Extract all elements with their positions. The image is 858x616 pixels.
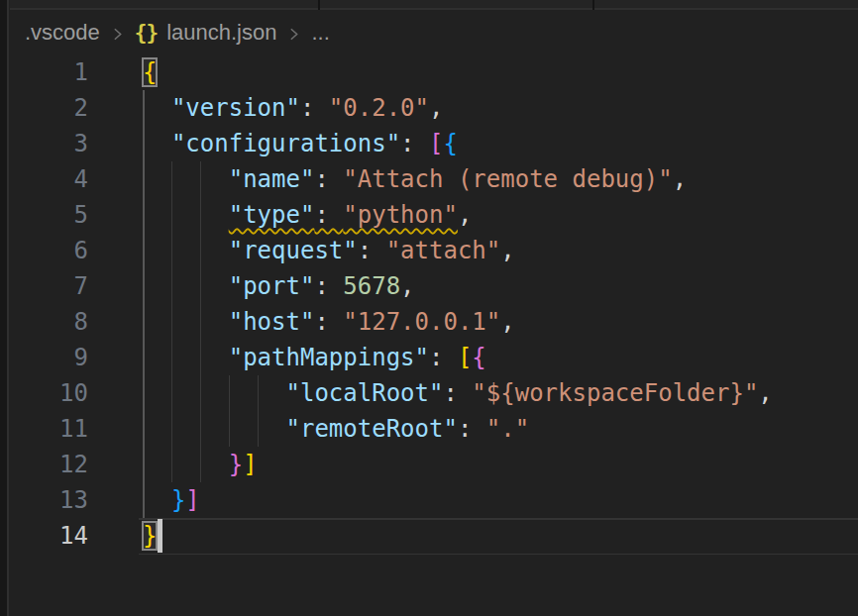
code-token: : (300, 94, 329, 122)
code-token: { (443, 130, 457, 157)
code-token: "type" (229, 201, 315, 229)
line-number[interactable]: 5 (11, 197, 88, 233)
sidebar-edge (0, 0, 9, 616)
chevron-right-icon (109, 26, 126, 43)
code-line[interactable]: 4 "name": "Attach (remote debug)", (11, 161, 858, 197)
tab-bar-strip (10, 0, 858, 10)
code-line-text: "localRoot": "${workspaceFolder}", (143, 375, 773, 411)
code-line-text: "type": "python", (143, 197, 472, 233)
line-number[interactable]: 7 (11, 268, 88, 304)
code-token: : (400, 130, 429, 157)
line-number[interactable]: 10 (11, 375, 88, 411)
code-token: : (314, 272, 343, 300)
code-line-text: "remoteRoot": "." (143, 411, 529, 447)
code-token: : (314, 308, 343, 336)
code-line[interactable]: 12 }] (11, 447, 858, 482)
code-token: } (229, 451, 243, 478)
code-token: , (429, 94, 443, 122)
code-token: 5678 (343, 272, 400, 300)
code-token: : (458, 415, 486, 443)
code-token: , (500, 308, 514, 336)
code-line[interactable]: 14} (11, 518, 858, 554)
code-line-text: }] (143, 482, 200, 518)
code-token: "host" (229, 308, 315, 336)
code-token (143, 344, 229, 371)
line-number[interactable]: 9 (11, 340, 88, 375)
text-cursor (158, 519, 162, 553)
code-token (143, 201, 229, 229)
bracket-match: { (143, 58, 157, 86)
code-line[interactable]: 10 "localRoot": "${workspaceFolder}", (11, 375, 858, 411)
line-number[interactable]: 14 (11, 518, 88, 554)
editor-pane: .vscode {} launch.json ... 1{2 "version"… (11, 12, 858, 616)
line-number[interactable]: 11 (11, 411, 88, 447)
code-token: ] (243, 451, 257, 478)
code-token: } (171, 486, 185, 514)
code-line[interactable]: 8 "host": "127.0.0.1", (11, 304, 858, 340)
code-line[interactable]: 2 "version": "0.2.0", (11, 90, 858, 126)
code-token: ] (185, 486, 199, 514)
line-number[interactable]: 4 (11, 161, 88, 197)
line-number[interactable]: 1 (11, 54, 88, 90)
code-token: "pathMappings" (229, 344, 429, 371)
line-number[interactable]: 13 (11, 482, 88, 518)
json-file-icon: {} (135, 21, 158, 45)
code-token: "configurations" (171, 130, 400, 157)
code-line[interactable]: 5 "type": "python", (11, 197, 858, 233)
breadcrumb-folder[interactable]: .vscode (25, 20, 100, 46)
breadcrumb-symbol[interactable]: ... (311, 20, 329, 46)
code-token: "0.2.0" (329, 94, 429, 122)
code-token: "${workspaceFolder}" (472, 379, 758, 407)
code-token (143, 94, 171, 122)
code-line-text: "host": "127.0.0.1", (143, 304, 515, 340)
code-line-text: "request": "attach", (143, 233, 515, 268)
code-token (143, 272, 229, 300)
code-line-text: } (143, 518, 157, 554)
code-line-text: "configurations": [{ (143, 126, 458, 161)
code-line-text: { (143, 54, 157, 90)
code-token (143, 165, 229, 193)
code-line[interactable]: 7 "port": 5678, (11, 268, 858, 304)
code-line[interactable]: 6 "request": "attach", (11, 233, 858, 268)
code-token (143, 379, 286, 407)
code-token (143, 451, 229, 478)
code-line[interactable]: 11 "remoteRoot": "." (11, 411, 858, 447)
code-token: : (429, 344, 458, 371)
code-line-text: "port": 5678, (143, 268, 415, 304)
code-token: : (314, 201, 343, 229)
code-token: "127.0.0.1" (343, 308, 500, 336)
code-token: "python" (343, 201, 458, 229)
code-line-text: }] (143, 447, 258, 482)
breadcrumb-file[interactable]: launch.json (166, 20, 276, 46)
line-number[interactable]: 12 (11, 447, 88, 482)
code-line-text: "name": "Attach (remote debug)", (143, 161, 687, 197)
code-token (143, 130, 171, 157)
tab-divider (318, 0, 320, 10)
code-token: : (358, 237, 386, 264)
code-token: : (314, 165, 343, 193)
code-area[interactable]: 1{2 "version": "0.2.0",3 "configurations… (11, 54, 858, 554)
code-token: "attach" (386, 237, 501, 264)
bracket-match: } (143, 522, 157, 550)
code-line[interactable]: 3 "configurations": [{ (11, 126, 858, 161)
code-token (143, 486, 171, 514)
code-token: "request" (229, 237, 358, 264)
code-token: , (673, 165, 687, 193)
code-token: , (458, 201, 472, 229)
code-line[interactable]: 9 "pathMappings": [{ (11, 340, 858, 375)
code-line[interactable]: 13 }] (11, 482, 858, 518)
code-token: { (472, 344, 485, 371)
warning-squiggle-text: "type": "python" (229, 201, 458, 229)
line-number[interactable]: 2 (11, 90, 88, 126)
code-token (143, 415, 286, 443)
line-number[interactable]: 6 (11, 233, 88, 268)
line-number[interactable]: 8 (11, 304, 88, 340)
code-token (143, 308, 229, 336)
code-token: "port" (229, 272, 315, 300)
breadcrumb: .vscode {} launch.json ... (11, 12, 858, 53)
line-number[interactable]: 3 (11, 126, 88, 161)
code-token: "Attach (remote debug)" (343, 165, 672, 193)
tab-divider (592, 0, 594, 10)
code-line[interactable]: 1{ (11, 54, 858, 90)
code-line-text: "pathMappings": [{ (143, 340, 486, 375)
